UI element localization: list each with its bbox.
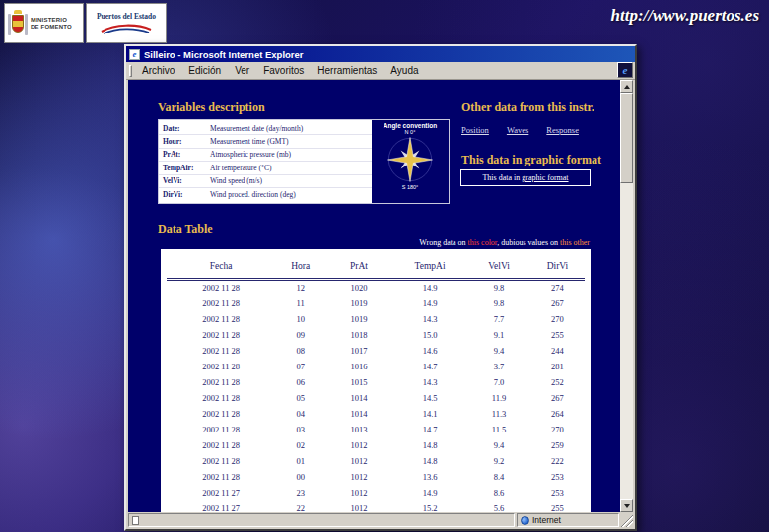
table-cell: 7.7 bbox=[467, 311, 530, 327]
table-cell: 2002 11 28 bbox=[167, 390, 275, 406]
table-cell: 14.7 bbox=[392, 422, 467, 437]
variable-label: TempAir: bbox=[159, 164, 210, 172]
angle-convention-panel: Angle convention N 0° S 180° bbox=[372, 120, 449, 203]
logo-strip: MINISTERIO DE FOMENTO Puertos del Estado bbox=[4, 3, 167, 43]
menu-favoritos[interactable]: Favoritos bbox=[256, 64, 311, 77]
table-cell: 14.6 bbox=[392, 343, 467, 359]
table-cell: 01 bbox=[275, 453, 325, 469]
toolbar-grip[interactable] bbox=[129, 65, 132, 77]
table-cell: 1017 bbox=[325, 343, 392, 359]
table-cell: 11.3 bbox=[467, 406, 530, 422]
table-cell: 3.7 bbox=[467, 359, 530, 374]
table-cell: 1020 bbox=[325, 280, 392, 296]
table-cell: 12 bbox=[275, 280, 325, 296]
table-cell: 2002 11 27 bbox=[167, 500, 275, 513]
table-cell: 244 bbox=[530, 343, 585, 359]
table-cell: 253 bbox=[530, 469, 585, 485]
table-cell: 14.8 bbox=[392, 453, 467, 469]
table-cell: 2002 11 28 bbox=[167, 311, 275, 327]
scroll-down-button[interactable] bbox=[620, 499, 633, 512]
variable-label: DirVi: bbox=[159, 190, 210, 199]
menu-herramientas[interactable]: Herramientas bbox=[311, 64, 384, 77]
variable-row: Date:Measurement date (day/month) bbox=[159, 122, 372, 135]
scroll-up-button[interactable] bbox=[620, 80, 633, 93]
table-row: 2002 11 28 04 1014 14.1 11.3 264 bbox=[167, 406, 585, 422]
table-cell: 281 bbox=[530, 359, 585, 374]
table-header-prat: PrAt bbox=[325, 257, 392, 280]
table-header-row: FechaHoraPrAtTempAiVelViDirVi bbox=[167, 257, 585, 280]
scrollbar-thumb[interactable] bbox=[620, 93, 633, 183]
table-cell: 08 bbox=[275, 343, 325, 359]
table-row: 2002 11 28 05 1014 14.5 11.9 267 bbox=[167, 390, 585, 406]
table-cell: 253 bbox=[530, 485, 585, 500]
table-cell: 14.8 bbox=[392, 437, 467, 453]
variable-row: DirVi:Wind proced. direction (deg) bbox=[159, 188, 372, 201]
resize-grip[interactable] bbox=[621, 513, 633, 527]
table-cell: 267 bbox=[530, 296, 585, 311]
table-cell: 2002 11 28 bbox=[167, 280, 275, 296]
angle-convention-title: Angle convention bbox=[384, 122, 438, 129]
table-cell: 2002 11 28 bbox=[167, 374, 275, 390]
table-row: 2002 11 28 12 1020 14.9 9.8 274 bbox=[167, 280, 585, 296]
table-cell: 1012 bbox=[325, 437, 392, 453]
data-table-box: FechaHoraPrAtTempAiVelViDirVi 2002 11 28… bbox=[161, 249, 591, 512]
table-cell: 259 bbox=[530, 437, 585, 453]
table-cell: 14.5 bbox=[392, 390, 467, 406]
table-row: 2002 11 28 06 1015 14.3 7.0 252 bbox=[167, 374, 585, 390]
table-cell: 2002 11 28 bbox=[167, 343, 275, 359]
table-cell: 270 bbox=[530, 422, 585, 437]
puertos-del-estado-logo: Puertos del Estado bbox=[86, 3, 167, 43]
link-waves[interactable]: Waves bbox=[507, 125, 528, 135]
other-data-links: PositionWavesResponse bbox=[461, 125, 579, 135]
table-cell: 9.2 bbox=[467, 453, 530, 469]
graphic-link-anchor[interactable]: graphic format bbox=[522, 173, 568, 182]
variable-label: VelVi: bbox=[159, 176, 210, 185]
data-quality-legend: Wrong data on this color, dubious values… bbox=[128, 238, 590, 247]
link-response[interactable]: Response bbox=[546, 125, 579, 135]
graphic-format-heading: This data in graphic format bbox=[461, 153, 601, 167]
variable-row: Hour:Measurement time (GMT) bbox=[159, 135, 372, 148]
menu-items: ArchivoEdiciónVerFavoritosHerramientasAy… bbox=[135, 64, 426, 77]
menu-edicion[interactable]: Edición bbox=[181, 64, 228, 77]
table-cell: 274 bbox=[530, 280, 585, 296]
window-title: Silleiro - Microsoft Internet Explorer bbox=[144, 49, 304, 60]
variable-row: VelVi:Wind speed (m/s) bbox=[159, 175, 372, 188]
table-cell: 9.4 bbox=[467, 343, 530, 359]
table-cell: 7.0 bbox=[467, 374, 530, 390]
status-bar: Internet bbox=[128, 512, 633, 527]
title-bar[interactable]: e Silleiro - Microsoft Internet Explorer bbox=[126, 46, 635, 62]
graphic-link-pre: This data in bbox=[482, 173, 522, 182]
graphic-format-link[interactable]: This data in graphic format bbox=[460, 169, 591, 186]
table-cell: 1014 bbox=[325, 406, 392, 422]
variable-description: Measurement time (GMT) bbox=[210, 137, 289, 146]
internet-globe-icon bbox=[521, 516, 529, 525]
browser-window: e Silleiro - Microsoft Internet Explorer… bbox=[124, 44, 637, 531]
ie-window-icon[interactable]: e bbox=[129, 49, 140, 60]
table-cell: 00 bbox=[275, 469, 325, 485]
data-table-body: 2002 11 28 12 1020 14.9 9.8 274 2002 11 … bbox=[167, 280, 585, 513]
table-cell: 02 bbox=[275, 437, 325, 453]
vertical-scrollbar[interactable] bbox=[620, 80, 633, 512]
variable-description: Air temperature (°C) bbox=[210, 164, 272, 172]
table-cell: 05 bbox=[275, 390, 325, 406]
table-cell: 9.4 bbox=[467, 437, 530, 453]
menu-archivo[interactable]: Archivo bbox=[135, 64, 181, 77]
table-cell: 04 bbox=[275, 406, 325, 422]
menu-ayuda[interactable]: Ayuda bbox=[384, 64, 425, 77]
table-cell: 22 bbox=[275, 500, 325, 513]
menu-ver[interactable]: Ver bbox=[228, 64, 256, 77]
table-cell: 14.3 bbox=[392, 374, 467, 390]
variable-description: Wind proced. direction (deg) bbox=[210, 190, 296, 199]
variables-box: Date:Measurement date (day/month)Hour:Me… bbox=[158, 119, 450, 204]
table-cell: 1012 bbox=[325, 469, 392, 485]
variable-description: Atmospheric pressure (mb) bbox=[210, 150, 291, 159]
table-cell: 2002 11 28 bbox=[167, 327, 275, 343]
table-cell: 8.4 bbox=[467, 469, 530, 485]
table-cell: 270 bbox=[530, 311, 585, 327]
variable-row: TempAir:Air temperature (°C) bbox=[159, 162, 372, 174]
table-cell: 11.9 bbox=[467, 390, 530, 406]
link-position[interactable]: Position bbox=[461, 125, 489, 135]
table-cell: 2002 11 28 bbox=[167, 359, 275, 374]
table-row: 2002 11 28 07 1016 14.7 3.7 281 bbox=[167, 359, 585, 374]
table-cell: 267 bbox=[530, 390, 585, 406]
